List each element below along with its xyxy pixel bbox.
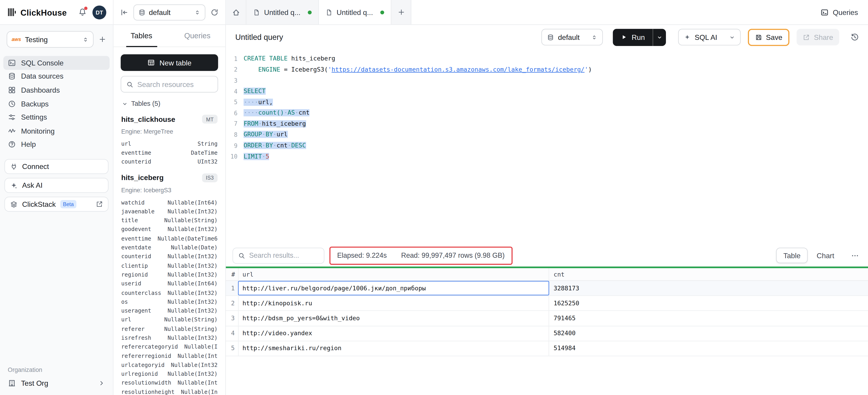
search-icon (126, 81, 133, 88)
sidebar-item-backups[interactable]: Backups (0, 97, 113, 111)
cnt-cell[interactable]: 1625250 (549, 300, 868, 307)
sql-ai-selector[interactable]: SQL AI (678, 29, 741, 45)
line-number: 7 (226, 120, 237, 127)
notifications-button[interactable] (78, 8, 87, 17)
results-search (232, 247, 324, 263)
code-text[interactable]: SELECT (244, 88, 266, 95)
code-text[interactable]: LIMIT·5 (244, 153, 269, 160)
tables-section-toggle[interactable]: Tables (5) (114, 97, 225, 112)
cnt-cell[interactable]: 791465 (549, 315, 868, 322)
more-options-icon[interactable] (851, 251, 859, 259)
clickstack-button[interactable]: ClickStack Beta (4, 197, 108, 212)
share-button[interactable]: Share (797, 29, 839, 45)
code-text[interactable]: ENGINE = IcebergS3('https://datasets-doc… (244, 66, 592, 73)
sidebar-item-help[interactable]: Help (0, 138, 113, 151)
code-text[interactable]: ORDER·BY·cnt·DESC (244, 142, 306, 149)
query-tab-1[interactable]: Untitled q... (246, 0, 319, 25)
refresh-icon[interactable] (211, 8, 219, 16)
url-cell[interactable]: http://liver.ru/belgorod/page/1006.jки/д… (238, 281, 549, 295)
home-tab-button[interactable] (226, 0, 246, 25)
query-success-bar (226, 266, 868, 268)
url-cell[interactable]: http://video.yandex (238, 326, 549, 341)
cnt-cell[interactable]: 582400 (549, 330, 868, 337)
query-tab-2[interactable]: Untitled q... (319, 0, 391, 25)
code-token: hits_iceberg (262, 120, 306, 128)
column-name: url (121, 141, 131, 147)
line-number: 2 (226, 66, 237, 73)
ask-ai-label: Ask AI (22, 181, 42, 190)
run-button[interactable]: Run (613, 29, 653, 46)
column-row: resolutionheightNullable(In (121, 387, 218, 395)
table-grid-icon (147, 59, 155, 66)
queries-button[interactable]: Queries (821, 0, 868, 25)
sidebar-item-settings[interactable]: Settings (0, 111, 113, 124)
column-type: Nullable(Int32) (168, 253, 218, 259)
url-cell[interactable]: http://bdsm_po_yers=0&with_video (238, 311, 549, 326)
url-cell[interactable]: http://kinopoisk.ru (238, 296, 549, 311)
new-table-button[interactable]: New table (121, 54, 218, 71)
results-search-input[interactable] (249, 252, 319, 259)
sidebar-item-sql-console[interactable]: SQL Console (3, 56, 110, 69)
view-table-button[interactable]: Table (776, 248, 808, 263)
table-row[interactable]: 4http://video.yandex582400 (226, 326, 868, 341)
column-name: counterid (121, 159, 151, 165)
code-line: 1CREATE TABLE hits_iceberg (226, 53, 868, 64)
view-chart-button[interactable]: Chart (809, 248, 841, 263)
code-token: · (295, 109, 299, 117)
sidebar-item-monitoring[interactable]: Monitoring (0, 124, 113, 138)
sql-editor[interactable]: 1CREATE TABLE hits_iceberg2 ENGINE = Ice… (226, 49, 868, 244)
url-cell[interactable]: http://smeshariki.ru/region (238, 341, 549, 356)
code-text[interactable]: GROUP·BY·url (244, 131, 287, 138)
line-number: 10 (226, 153, 237, 160)
ask-ai-button[interactable]: Ask AI (4, 178, 108, 193)
sidebar-item-dashboards[interactable]: Dashboards (0, 83, 113, 97)
search-icon (238, 252, 245, 259)
code-token: ···· (244, 109, 258, 117)
chevron-down-icon (656, 34, 662, 40)
tab-queries[interactable]: Queries (169, 25, 225, 47)
new-table-label: New table (159, 58, 191, 67)
column-row: urlcategoryidNullable(Int32 (121, 360, 218, 369)
run-button-group: Run (613, 29, 666, 46)
table-row[interactable]: 2http://kinopoisk.ru1625250 (226, 296, 868, 311)
aws-logo-icon: aws (11, 36, 21, 42)
column-row: isrefreshNullable(Int32) (121, 333, 218, 342)
table-row[interactable]: 5http://smeshariki.ru/region514984 (226, 341, 868, 356)
database-selector[interactable]: default (133, 4, 206, 20)
run-database-selector[interactable]: default (541, 29, 603, 45)
column-header-url[interactable]: url (238, 268, 549, 280)
cnt-cell[interactable]: 514984 (549, 345, 868, 352)
history-button[interactable] (850, 33, 859, 41)
workspace-row: aws Testing (0, 31, 113, 48)
add-workspace-button[interactable] (98, 35, 106, 43)
code-text[interactable]: CREATE TABLE hits_iceberg (244, 55, 335, 62)
connect-button[interactable]: Connect (4, 159, 108, 174)
table-row[interactable]: 1http://liver.ru/belgorod/page/1006.jки/… (226, 281, 868, 296)
avatar[interactable]: DT (93, 5, 106, 19)
share-button-label: Share (814, 33, 833, 41)
code-text[interactable]: ····count()·AS·cnt (244, 109, 310, 117)
table-card-header[interactable]: hits_clickhouse MT (121, 115, 218, 123)
table-row[interactable]: 3http://bdsm_po_yers=0&with_video791465 (226, 311, 868, 326)
code-text[interactable]: FROM·hits_iceberg (244, 120, 306, 128)
resource-search-input[interactable] (137, 80, 213, 89)
column-header-cnt[interactable]: cnt (549, 271, 868, 278)
new-tab-button[interactable] (392, 0, 411, 25)
results-body: 1http://liver.ru/belgorod/page/1006.jки/… (226, 281, 868, 356)
sidebar-item-data-sources[interactable]: Data sources (0, 69, 113, 83)
save-button[interactable]: Save (748, 29, 789, 46)
workspace-selector[interactable]: aws Testing (6, 31, 93, 48)
collapse-sidebar-icon[interactable] (120, 8, 128, 16)
sparkle-icon (10, 181, 18, 189)
code-token: ' (328, 66, 332, 73)
table-card-header[interactable]: hits_iceberg IS3 (121, 173, 218, 182)
chevron-down-icon (729, 34, 735, 40)
code-token: BY (266, 131, 273, 138)
code-text[interactable]: ····url, (244, 98, 273, 106)
column-name: regionid (121, 272, 148, 278)
query-title[interactable]: Untitled query (235, 33, 283, 41)
tab-tables[interactable]: Tables (114, 25, 169, 47)
organization-selector[interactable]: Test Org (8, 379, 105, 387)
run-options-button[interactable] (653, 29, 666, 46)
cnt-cell[interactable]: 3288173 (549, 284, 868, 292)
